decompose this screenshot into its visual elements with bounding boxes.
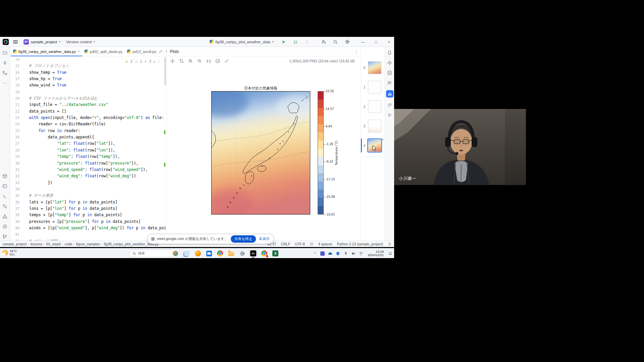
code-line-33[interactable]: 33 }) [10, 180, 166, 186]
code-line-19[interactable]: 19 [10, 89, 166, 95]
zoom-out-icon[interactable] [197, 59, 202, 63]
breadcrumb-item[interactable]: sample_project [3, 242, 26, 246]
line-number[interactable]: 41 [10, 231, 19, 238]
code-line-29[interactable]: 29 "temp": float(row["temp"]), [10, 154, 166, 160]
run-configuration-widget[interactable]: fig38_cartpy_plot_weather_data ▾ [210, 40, 274, 44]
line-number[interactable]: 20 [10, 95, 19, 102]
thumbnail-image[interactable] [368, 100, 381, 113]
plot-thumbnail-2[interactable]: 2 [361, 99, 385, 115]
code-line-37[interactable]: 37lons = [p["lon"] for p in data_points] [10, 205, 166, 212]
line-number[interactable]: 37 [10, 205, 19, 212]
plots-options-icon[interactable]: ⋮ [355, 49, 359, 54]
python-interpreter[interactable]: Python 3.13 (sample_project) [337, 242, 383, 246]
line-number[interactable]: 15 [10, 63, 19, 69]
crop-frame-icon[interactable] [179, 59, 184, 63]
line-number[interactable]: 35 [10, 192, 19, 199]
code-line-15[interactable]: 15# プロットオプション [10, 63, 166, 69]
line-number[interactable]: 34 [10, 186, 19, 192]
code-line-17[interactable]: 17show_hp = True [10, 76, 166, 82]
line-number[interactable]: 17 [10, 76, 19, 82]
onedrive-tray-button[interactable] [328, 251, 333, 256]
file-encoding[interactable]: UTF-8 [295, 242, 305, 246]
lock-icon[interactable] [388, 242, 391, 246]
code-line-18[interactable]: 18show_wind = True [10, 82, 166, 88]
task-view-button[interactable] [183, 249, 191, 257]
zoom-in-icon[interactable] [188, 59, 193, 63]
main-menu-icon[interactable] [13, 42, 18, 42]
code-line-30[interactable]: 30 "pressure": float(row["pressure"]), [10, 160, 166, 167]
code-line-42[interactable]: 42# グリッド補間 [10, 238, 166, 241]
teams-tray-button[interactable] [320, 251, 325, 256]
breadcrumb-item[interactable]: 60_step6 [46, 242, 61, 246]
network-tray-button[interactable] [359, 251, 364, 256]
line-number[interactable]: 21 [10, 102, 19, 108]
line-number[interactable]: 14 [10, 56, 19, 63]
editor-scrollbar[interactable] [164, 57, 166, 85]
maximize-button[interactable]: □ [371, 37, 381, 47]
more-actions-button[interactable]: ⋮ [303, 38, 312, 46]
code-with-me-button[interactable] [319, 38, 328, 46]
pycharm-logo-icon[interactable] [3, 39, 9, 45]
code-line-32[interactable]: 32 "wind_deg": float(row["wind_deg"]) [10, 173, 166, 179]
version-control-widget[interactable]: Version control ▾ [65, 39, 96, 45]
code-line-41[interactable]: 41 [10, 231, 166, 238]
project-widget[interactable]: SP sample_project ▾ [22, 39, 62, 45]
line-number[interactable]: 22 [10, 108, 19, 115]
line-number[interactable]: 30 [10, 160, 19, 167]
mic-tray-button[interactable] [343, 251, 348, 256]
editor-tab[interactable]: pd12_isnull.py [125, 47, 158, 56]
more-vertical-icon[interactable]: ⋮ [157, 60, 161, 63]
breadcrumb-item[interactable]: lessons [31, 242, 43, 246]
chrome-button[interactable] [216, 249, 224, 257]
line-number[interactable]: 33 [10, 180, 19, 186]
code-line-25[interactable]: 25 for row in reader: [10, 128, 166, 134]
firefox-button[interactable] [194, 249, 202, 257]
plots-tool-button[interactable] [386, 90, 393, 98]
readonly-icon[interactable] [310, 242, 314, 246]
line-number[interactable]: 40 [10, 225, 19, 231]
line-number[interactable]: 39 [10, 219, 19, 225]
minimize-button[interactable]: — [358, 37, 368, 47]
breadcrumb-item[interactable]: figure_samples [76, 242, 100, 246]
code-line-27[interactable]: 27 "lat": float(row["lat"]), [10, 140, 166, 147]
run-tool-button[interactable] [387, 112, 392, 118]
stop-sharing-button[interactable]: 共有を停止 [231, 235, 256, 243]
actual-size-button[interactable]: 1:1 [206, 59, 211, 63]
code-line-20[interactable]: 20# CSV ファイルからデータを読み込む [10, 95, 166, 102]
thumbnail-close-icon[interactable]: × [382, 138, 384, 141]
settings-button[interactable] [238, 249, 246, 257]
line-number[interactable]: 23 [10, 115, 19, 121]
code-line-36[interactable]: 36lats = [p["lat"] for p in data_points] [10, 199, 166, 205]
hidden-icons-button[interactable]: ^ [312, 251, 317, 256]
search-highlight-image[interactable] [173, 251, 178, 256]
code-with-me-users-button[interactable] [387, 80, 392, 86]
weather-widget[interactable]: 16°C 晴れ [2, 249, 17, 256]
todo-tool-button[interactable] [2, 224, 8, 229]
structure-tool-button[interactable] [2, 70, 8, 76]
notification-center-button[interactable] [388, 251, 393, 256]
taskbar-clock[interactable]: 13:28 2024/12/21 [366, 250, 385, 257]
line-separator[interactable]: CRLF [281, 242, 290, 246]
volume-tray-button[interactable] [351, 251, 356, 256]
code-line-16[interactable]: 16show_temp = True [10, 69, 166, 76]
problems-tool-button[interactable] [2, 214, 8, 219]
version-control-tool-button[interactable] [2, 234, 8, 239]
code-line-38[interactable]: 38temps = [p["temp"] for p in data_point… [10, 212, 166, 218]
taskbar-search[interactable]: 検索 [129, 250, 179, 257]
code-line-24[interactable]: 24 reader = csv.DictReader(file) [10, 121, 166, 127]
code-line-28[interactable]: 28 "lon": float(row["lon"]), [10, 147, 166, 154]
services-tool-button[interactable] [2, 203, 8, 209]
notifications-button[interactable] [387, 50, 392, 56]
code-line-35[interactable]: 35# データ整形 [10, 192, 166, 199]
chrome-meeting-button[interactable] [260, 249, 268, 257]
code-editor[interactable]: 1415# プロットオプション16show_temp = True17show_… [10, 56, 166, 241]
run-button[interactable] [279, 38, 288, 46]
save-image-icon[interactable] [215, 59, 220, 63]
code-line-22[interactable]: 22data_points = [] [10, 108, 166, 115]
line-number[interactable]: 31 [10, 167, 19, 173]
thumbnail-image[interactable] [368, 120, 381, 132]
code-line-23[interactable]: 23with open(input_file, mode="r", encodi… [10, 115, 166, 121]
line-number[interactable]: 27 [10, 140, 19, 147]
thumbnail-image[interactable] [368, 61, 381, 74]
editor-tab[interactable]: pd02_split_deals.py [82, 47, 125, 56]
